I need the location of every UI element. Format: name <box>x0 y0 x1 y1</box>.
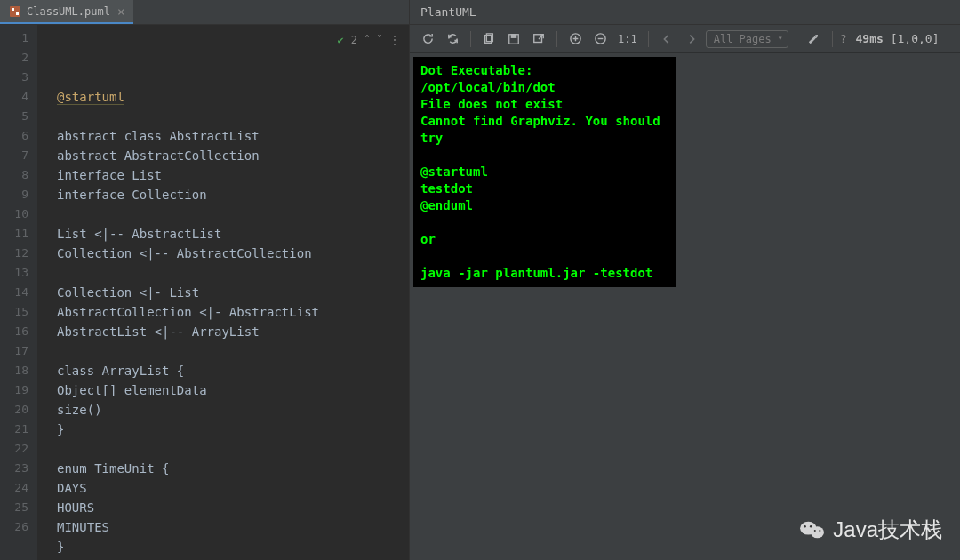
code-line[interactable]: @startuml <box>57 87 409 107</box>
wechat-icon <box>799 518 826 541</box>
preview-area[interactable]: Dot Executable: /opt/local/bin/dotFile d… <box>410 53 960 560</box>
code-line[interactable] <box>57 263 409 283</box>
output-line: @enduml <box>420 197 668 214</box>
reload-icon[interactable] <box>442 28 463 50</box>
editor-body: 1234567891011121314151617181920212223242… <box>0 25 409 560</box>
chevron-down-icon[interactable]: ˅ <box>377 30 382 50</box>
line-number: 11 <box>0 224 37 244</box>
code-line[interactable]: enum TimeUnit { <box>57 459 409 478</box>
code-line[interactable]: abstract AbstractCollection <box>57 146 409 165</box>
close-tab-icon[interactable]: × <box>117 4 124 19</box>
line-number: 13 <box>0 263 37 283</box>
inspection-count: 2 <box>351 30 357 50</box>
zoom-in-icon[interactable] <box>564 28 586 50</box>
page-selector-dropdown[interactable]: All Pages <box>706 30 788 48</box>
code-line[interactable]: List <|-- AbstractList <box>57 224 409 244</box>
line-number: 14 <box>0 283 37 302</box>
preview-pane: PlantUML 1:1 All Pages ? 49ms [1,0,0] Do… <box>409 0 960 560</box>
preview-title: PlantUML <box>420 5 476 19</box>
svg-point-12 <box>804 525 806 527</box>
more-icon[interactable]: ⋮ <box>389 30 400 50</box>
line-number: 7 <box>0 146 37 165</box>
editor-tab-classuml[interactable]: ClassUML.puml × <box>0 0 133 24</box>
help-icon[interactable]: ? <box>840 32 847 45</box>
editor-tab-label: ClassUML.puml <box>27 5 110 18</box>
export-icon[interactable] <box>528 28 549 50</box>
code-line[interactable] <box>57 204 409 224</box>
line-number: 18 <box>0 361 37 380</box>
code-line[interactable]: Collection <|- List <box>57 283 409 302</box>
code-line[interactable]: } <box>57 420 409 439</box>
line-number-gutter: 1234567891011121314151617181920212223242… <box>0 25 37 560</box>
preview-title-bar: PlantUML <box>410 0 960 25</box>
output-line: Dot Executable: /opt/local/bin/dot <box>420 62 668 96</box>
output-line: java -jar plantuml.jar -testdot <box>420 265 668 282</box>
toolbar-separator <box>556 31 557 47</box>
output-line: testdot <box>420 180 668 197</box>
code-line[interactable] <box>57 556 409 560</box>
line-number: 15 <box>0 302 37 322</box>
output-line <box>420 248 668 265</box>
line-number: 6 <box>0 126 37 146</box>
watermark-text: Java技术栈 <box>833 516 942 544</box>
code-line[interactable]: HOURS <box>57 498 409 517</box>
code-line[interactable]: interface Collection <box>57 185 409 204</box>
svg-rect-0 <box>10 6 20 17</box>
toolbar-separator <box>796 31 796 47</box>
line-number: 24 <box>0 478 37 498</box>
line-number: 1 <box>0 28 37 48</box>
code-line[interactable]: size() <box>57 400 409 420</box>
inspection-widget[interactable]: ✔ 2 ˄ ˅ ⋮ <box>338 30 400 50</box>
copy-icon[interactable] <box>478 28 500 50</box>
code-line[interactable]: abstract class AbstractList <box>57 126 409 146</box>
line-number: 23 <box>0 459 37 478</box>
forward-icon[interactable] <box>681 28 702 50</box>
code-line[interactable]: AbstractCollection <|- AbstractList <box>57 302 409 322</box>
watermark: Java技术栈 <box>799 516 942 544</box>
code-line[interactable] <box>57 341 409 361</box>
code-line[interactable]: AbstractList <|-- ArrayList <box>57 322 409 341</box>
output-line: or <box>420 231 668 248</box>
inspection-check-icon: ✔ <box>338 30 344 50</box>
render-status: ? 49ms [1,0,0] <box>840 32 940 45</box>
svg-rect-2 <box>16 12 19 15</box>
line-number: 9 <box>0 185 37 204</box>
output-line <box>420 147 668 164</box>
code-line[interactable]: Collection <|-- AbstractCollection <box>57 244 409 263</box>
code-area[interactable]: ✔ 2 ˄ ˅ ⋮ @startumlabstract class Abstra… <box>37 25 409 560</box>
line-number: 3 <box>0 68 37 87</box>
editor-tab-bar: ClassUML.puml × <box>0 0 409 25</box>
svg-rect-1 <box>12 8 14 11</box>
wrench-icon[interactable] <box>804 28 825 50</box>
actual-size-button[interactable]: 1:1 <box>614 28 641 50</box>
line-number: 8 <box>0 165 37 185</box>
line-number: 5 <box>0 107 37 126</box>
refresh-icon[interactable] <box>417 28 438 50</box>
output-line: File does not exist <box>420 96 668 113</box>
code-line[interactable]: MINUTES <box>57 517 409 537</box>
line-number: 22 <box>0 439 37 459</box>
code-line[interactable]: interface List <box>57 165 409 185</box>
code-line[interactable] <box>57 439 409 459</box>
line-number: 16 <box>0 322 37 341</box>
line-number: 21 <box>0 420 37 439</box>
code-line[interactable]: DAYS <box>57 478 409 498</box>
code-line[interactable]: Object[] elementData <box>57 380 409 400</box>
toolbar-separator <box>648 31 649 47</box>
save-icon[interactable] <box>503 28 524 50</box>
svg-rect-7 <box>534 34 542 42</box>
code-line[interactable]: class ArrayList { <box>57 361 409 380</box>
editor-scrollbar[interactable] <box>400 25 409 560</box>
back-icon[interactable] <box>656 28 677 50</box>
output-line: Cannot find Graphviz. You should try <box>420 113 668 147</box>
toolbar-separator <box>470 31 471 47</box>
toolbar-separator <box>832 31 833 47</box>
code-line[interactable] <box>57 107 409 126</box>
plantuml-file-icon <box>9 5 21 18</box>
preview-toolbar: 1:1 All Pages ? 49ms [1,0,0] <box>410 25 960 53</box>
zoom-out-icon[interactable] <box>589 28 611 50</box>
svg-point-15 <box>820 530 821 532</box>
svg-point-13 <box>810 525 812 527</box>
code-line[interactable]: } <box>57 537 409 556</box>
chevron-up-icon[interactable]: ˄ <box>364 30 370 50</box>
